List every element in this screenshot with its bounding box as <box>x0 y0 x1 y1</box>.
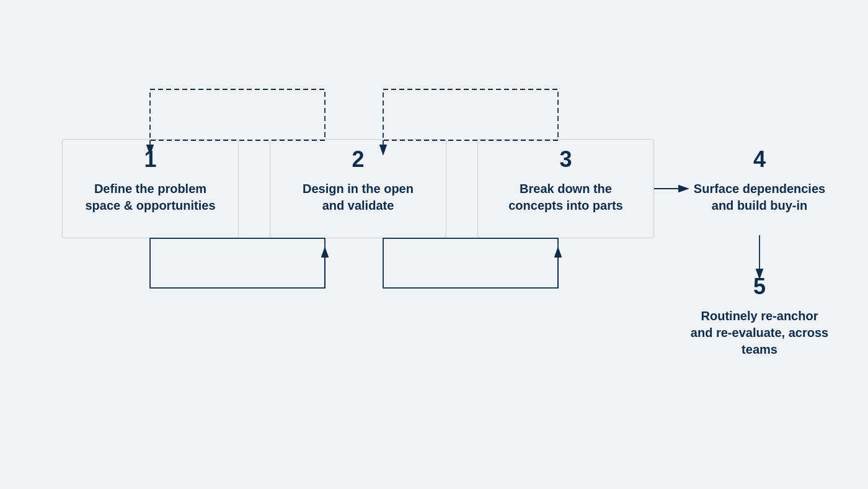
step-2-content: 2 Design in the openand validate <box>270 148 446 214</box>
step-3-content: 3 Break down theconcepts into parts <box>477 148 654 214</box>
svg-rect-3 <box>383 89 558 140</box>
step-4-content: 4 Surface dependenciesand build buy-in <box>688 148 831 214</box>
step-1-label: Define the problemspace & opportunities <box>62 181 239 214</box>
step-2-label: Design in the openand validate <box>270 181 446 214</box>
step-1-content: 1 Define the problemspace & opportunitie… <box>62 148 239 214</box>
svg-rect-1 <box>150 89 325 140</box>
step-3-label: Break down theconcepts into parts <box>477 181 654 214</box>
flow-arrows <box>31 58 837 431</box>
step-5-content: 5 Routinely re-anchorand re-evaluate, ac… <box>688 276 831 358</box>
step-5-label: Routinely re-anchorand re-evaluate, acro… <box>688 308 831 358</box>
step-2-number: 2 <box>270 148 446 171</box>
step-4-label: Surface dependenciesand build buy-in <box>688 181 831 214</box>
svg-rect-7 <box>383 238 558 288</box>
step-3-number: 3 <box>477 148 654 171</box>
step-4-number: 4 <box>688 148 831 171</box>
process-diagram: 1 Define the problemspace & opportunitie… <box>31 58 837 431</box>
step-5-number: 5 <box>688 276 831 298</box>
svg-rect-5 <box>150 238 325 288</box>
step-1-number: 1 <box>62 148 239 171</box>
